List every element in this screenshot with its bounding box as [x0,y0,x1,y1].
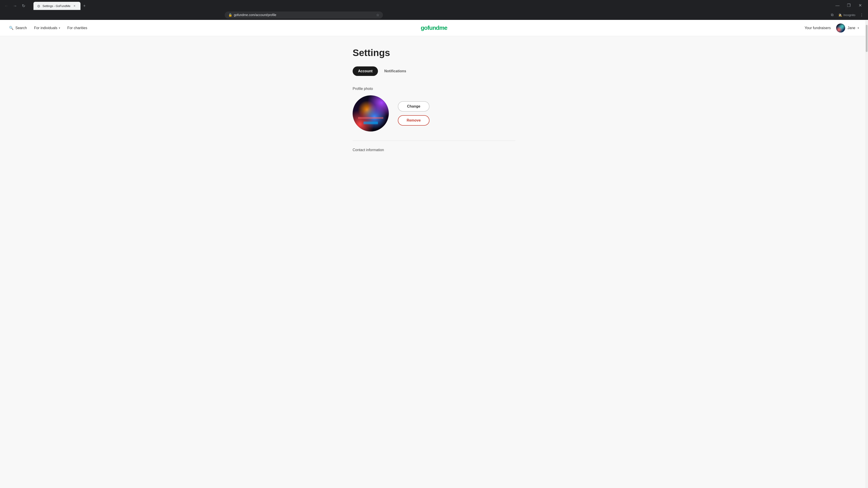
incognito-button[interactable]: 🕵 Incognito [837,12,857,18]
profile-photo-label: Profile photo [352,87,515,91]
tab-notifications[interactable]: Notifications [379,66,412,76]
site-logo: gofundme [421,24,447,31]
search-icon: 🔍 [9,26,13,30]
forward-icon: → [13,4,17,8]
your-fundraisers-link[interactable]: Your fundraisers [804,26,831,30]
bookmark-icon: ☆ [376,13,379,17]
change-photo-button[interactable]: Change [398,101,430,111]
website-content: 🔍 Search For individuals ▾ For charities… [0,20,868,488]
incognito-icon: 🕵 [838,13,842,17]
profile-photo-row: Change Remove [352,95,515,131]
user-menu-trigger[interactable]: Jane ▾ [836,24,859,33]
user-menu-chevron-icon: ▾ [858,26,859,30]
close-button[interactable]: ✕ [855,2,865,9]
restore-button[interactable]: ❐ [844,2,854,9]
photo-actions: Change Remove [398,101,430,126]
forward-button[interactable]: → [11,2,19,9]
reload-button[interactable]: ↻ [20,2,27,9]
search-label: Search [16,26,27,30]
reload-icon: ↻ [22,3,25,8]
menu-button[interactable]: ⋮ [858,11,865,19]
browser-actions: ⧉ 🕵 Incognito ⋮ [829,11,865,19]
lock-icon: 🔒 [228,13,232,17]
minimize-button[interactable]: — [832,2,843,9]
settings-tabs: Account Notifications [352,66,515,76]
browser-titlebar: ← → ↻ ⚙ Settings - GoFundMe × + — ❐ ✕ [0,0,868,10]
address-bar[interactable]: 🔒 gofundme.com/account/profile ☆ [225,11,383,19]
back-button[interactable]: ← [3,2,10,9]
tabs-bar: ⚙ Settings - GoFundMe × + [31,2,90,10]
user-name-display: Jane [847,26,855,30]
avatar [836,24,845,33]
contact-information-label: Contact information [352,148,515,152]
tab-title: Settings - GoFundMe [42,4,70,8]
for-individuals-label: For individuals [34,26,57,30]
section-divider [352,140,515,141]
split-screen-button[interactable]: ⧉ [829,11,836,19]
browser-controls: ← → ↻ [3,2,27,9]
tab-close-button[interactable]: × [72,4,77,8]
new-tab-button[interactable]: + [81,3,88,9]
site-navigation: 🔍 Search For individuals ▾ For charities… [0,20,868,36]
remove-photo-button[interactable]: Remove [398,115,430,126]
logo-container[interactable]: gofundme [421,24,447,31]
incognito-label: Incognito [843,13,855,17]
address-bar-row: 🔒 gofundme.com/account/profile ☆ ⧉ 🕵 Inc… [0,10,868,20]
for-charities-nav-item[interactable]: For charities [67,26,87,30]
nav-right: Your fundraisers Jane ▾ [804,24,859,33]
for-individuals-nav-item[interactable]: For individuals ▾ [34,26,60,30]
browser-chrome: ← → ↻ ⚙ Settings - GoFundMe × + — ❐ ✕ � [0,0,868,20]
window-controls: — ❐ ✕ [832,2,865,9]
nav-left: 🔍 Search For individuals ▾ For charities [9,26,87,30]
back-icon: ← [4,4,8,8]
search-nav-item[interactable]: 🔍 Search [9,26,27,30]
tab-favicon: ⚙ [37,4,41,8]
main-content: Settings Account Notifications Profile p… [344,36,524,170]
url-display: gofundme.com/account/profile [234,13,374,17]
active-tab[interactable]: ⚙ Settings - GoFundMe × [33,2,81,10]
for-charities-label: For charities [67,26,87,30]
scrollbar-thumb[interactable] [866,25,868,52]
scrollbar[interactable] [865,20,868,488]
tab-account[interactable]: Account [352,66,378,76]
page-title: Settings [352,47,515,58]
profile-photo-image [352,95,389,131]
chevron-down-icon: ▾ [59,26,60,30]
